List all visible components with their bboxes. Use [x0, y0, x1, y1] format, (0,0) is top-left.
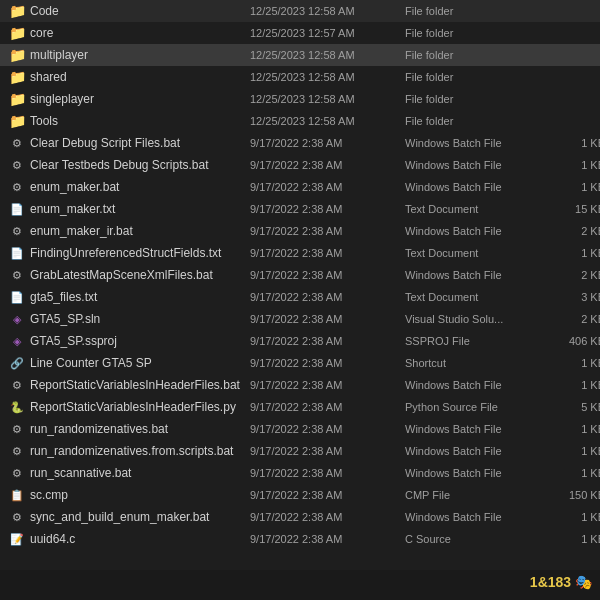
file-icon-uuid64-c: 📝 — [8, 530, 26, 548]
file-icon-sync-and-build: ⚙ — [8, 508, 26, 526]
file-icon-enum-maker-bat: ⚙ — [8, 178, 26, 196]
file-row[interactable]: 📁 singleplayer 12/25/2023 12:58 AM File … — [0, 88, 600, 110]
file-icon-gta5-files-txt: 📄 — [8, 288, 26, 306]
folder-icon: 📁 — [9, 113, 26, 129]
file-type: File folder — [405, 49, 545, 61]
file-date: 12/25/2023 12:57 AM — [250, 27, 405, 39]
bat-icon: ⚙ — [12, 159, 22, 172]
bat-icon: ⚙ — [12, 379, 22, 392]
file-date: 9/17/2022 2:38 AM — [250, 335, 405, 347]
file-date: 12/25/2023 12:58 AM — [250, 5, 405, 17]
file-type: Text Document — [405, 203, 545, 215]
file-size: 1 KB — [545, 181, 600, 193]
py-icon: 🐍 — [10, 401, 24, 414]
file-date: 9/17/2022 2:38 AM — [250, 533, 405, 545]
file-row[interactable]: ⚙ enum_maker_ir.bat 9/17/2022 2:38 AM Wi… — [0, 220, 600, 242]
file-icon-grab-latest: ⚙ — [8, 266, 26, 284]
file-type: SSPROJ File — [405, 335, 545, 347]
file-row[interactable]: 📁 shared 12/25/2023 12:58 AM File folder — [0, 66, 600, 88]
ssproj-icon: ◈ — [13, 335, 21, 348]
file-type: Windows Batch File — [405, 225, 545, 237]
file-name: enum_maker_ir.bat — [30, 224, 250, 238]
folder-icon: 📁 — [9, 3, 26, 19]
file-name: sc.cmp — [30, 488, 250, 502]
file-size: 1 KB — [545, 137, 600, 149]
file-type: Windows Batch File — [405, 445, 545, 457]
file-type: Visual Studio Solu... — [405, 313, 545, 325]
file-size: 150 KB — [545, 489, 600, 501]
file-icon-clear-testbeds: ⚙ — [8, 156, 26, 174]
cmp-icon: 📋 — [10, 489, 24, 502]
file-date: 12/25/2023 12:58 AM — [250, 115, 405, 127]
file-name: run_randomizenatives.from.scripts.bat — [30, 444, 250, 458]
bat-icon: ⚙ — [12, 511, 22, 524]
file-row[interactable]: 📝 uuid64.c 9/17/2022 2:38 AM C Source 1 … — [0, 528, 600, 550]
file-icon-clear-debug: ⚙ — [8, 134, 26, 152]
file-row[interactable]: 📄 enum_maker.txt 9/17/2022 2:38 AM Text … — [0, 198, 600, 220]
file-row[interactable]: 🐍 ReportStaticVariablesInHeaderFiles.py … — [0, 396, 600, 418]
file-name: Clear Testbeds Debug Scripts.bat — [30, 158, 250, 172]
bat-icon: ⚙ — [12, 137, 22, 150]
file-row[interactable]: ⚙ run_scannative.bat 9/17/2022 2:38 AM W… — [0, 462, 600, 484]
file-name: enum_maker.bat — [30, 180, 250, 194]
file-name: run_randomizenatives.bat — [30, 422, 250, 436]
shortcut-icon: 🔗 — [10, 357, 24, 370]
file-icon-sc-cmp: 📋 — [8, 486, 26, 504]
file-date: 9/17/2022 2:38 AM — [250, 181, 405, 193]
file-row[interactable]: 📁 core 12/25/2023 12:57 AM File folder — [0, 22, 600, 44]
file-name: core — [30, 26, 250, 40]
file-name: shared — [30, 70, 250, 84]
file-type: Windows Batch File — [405, 159, 545, 171]
file-size: 3 KB — [545, 291, 600, 303]
folder-icon: 📁 — [9, 25, 26, 41]
file-name: Clear Debug Script Files.bat — [30, 136, 250, 150]
bat-icon: ⚙ — [12, 269, 22, 282]
file-date: 12/25/2023 12:58 AM — [250, 93, 405, 105]
file-row[interactable]: 📄 gta5_files.txt 9/17/2022 2:38 AM Text … — [0, 286, 600, 308]
file-date: 9/17/2022 2:38 AM — [250, 489, 405, 501]
file-icon-enum-maker-txt: 📄 — [8, 200, 26, 218]
file-date: 12/25/2023 12:58 AM — [250, 49, 405, 61]
file-type: Windows Batch File — [405, 423, 545, 435]
file-size: 2 KB — [545, 269, 600, 281]
file-type: Windows Batch File — [405, 379, 545, 391]
file-row[interactable]: ⚙ GrabLatestMapSceneXmlFiles.bat 9/17/20… — [0, 264, 600, 286]
file-row[interactable]: ⚙ run_randomizenatives.bat 9/17/2022 2:3… — [0, 418, 600, 440]
file-name: ReportStaticVariablesInHeaderFiles.bat — [30, 378, 250, 392]
file-row[interactable]: 📄 FindingUnreferencedStructFields.txt 9/… — [0, 242, 600, 264]
file-row[interactable]: 📋 sc.cmp 9/17/2022 2:38 AM CMP File 150 … — [0, 484, 600, 506]
file-size: 1 KB — [545, 357, 600, 369]
file-name: uuid64.c — [30, 532, 250, 546]
bat-icon: ⚙ — [12, 445, 22, 458]
file-date: 9/17/2022 2:38 AM — [250, 511, 405, 523]
file-date: 9/17/2022 2:38 AM — [250, 401, 405, 413]
file-type: File folder — [405, 93, 545, 105]
file-date: 9/17/2022 2:38 AM — [250, 291, 405, 303]
file-icon-gta5-sp-sln: ◈ — [8, 310, 26, 328]
file-row[interactable]: ◈ GTA5_SP.ssproj 9/17/2022 2:38 AM SSPRO… — [0, 330, 600, 352]
file-row[interactable]: 🔗 Line Counter GTA5 SP 9/17/2022 2:38 AM… — [0, 352, 600, 374]
file-row[interactable]: ⚙ enum_maker.bat 9/17/2022 2:38 AM Windo… — [0, 176, 600, 198]
file-size: 1 KB — [545, 423, 600, 435]
file-type: CMP File — [405, 489, 545, 501]
file-row[interactable]: 📁 multiplayer 12/25/2023 12:58 AM File f… — [0, 44, 600, 66]
file-row[interactable]: ⚙ sync_and_build_enum_maker.bat 9/17/202… — [0, 506, 600, 528]
file-type: File folder — [405, 115, 545, 127]
folder-icon: 📁 — [9, 47, 26, 63]
file-icon-enum-maker-ir: ⚙ — [8, 222, 26, 240]
file-row[interactable]: ⚙ ReportStaticVariablesInHeaderFiles.bat… — [0, 374, 600, 396]
file-row[interactable]: 📁 Tools 12/25/2023 12:58 AM File folder — [0, 110, 600, 132]
file-row[interactable]: ⚙ run_randomizenatives.from.scripts.bat … — [0, 440, 600, 462]
file-row[interactable]: ⚙ Clear Testbeds Debug Scripts.bat 9/17/… — [0, 154, 600, 176]
file-type: File folder — [405, 5, 545, 17]
file-size: 1 KB — [545, 511, 600, 523]
file-icon-singleplayer: 📁 — [8, 90, 26, 108]
bat-icon: ⚙ — [12, 423, 22, 436]
file-row[interactable]: 📁 Code 12/25/2023 12:58 AM File folder — [0, 0, 600, 22]
file-icon-report-static-vars-header: ⚙ — [8, 376, 26, 394]
file-row[interactable]: ◈ GTA5_SP.sln 9/17/2022 2:38 AM Visual S… — [0, 308, 600, 330]
file-explorer[interactable]: 📁 Code 12/25/2023 12:58 AM File folder 📁… — [0, 0, 600, 570]
txt-icon: 📄 — [10, 203, 24, 216]
file-type: C Source — [405, 533, 545, 545]
file-row[interactable]: ⚙ Clear Debug Script Files.bat 9/17/2022… — [0, 132, 600, 154]
